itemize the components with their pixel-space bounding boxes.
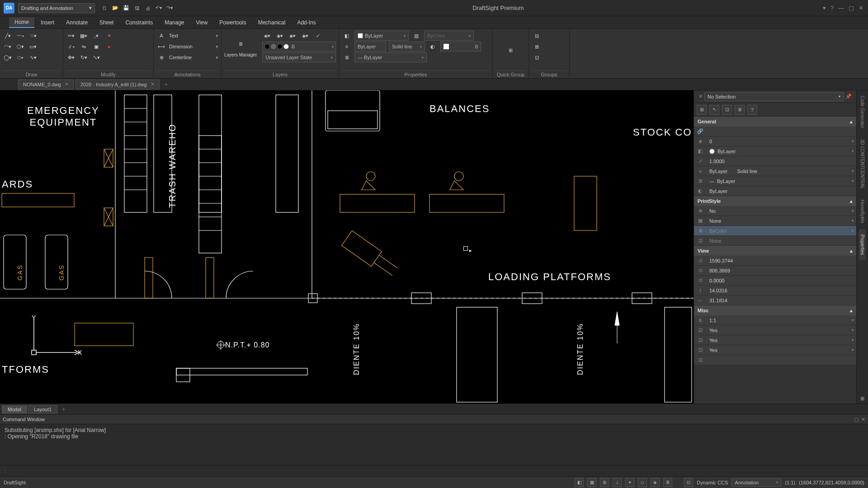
section-printstyle[interactable]: PrintStyle▴ [694,196,856,206]
stretch-icon[interactable]: ⤡▾ [91,52,101,62]
section-misc[interactable]: Misc▴ [694,305,856,315]
quickgroup-icon[interactable]: ⊞ [503,42,519,58]
spline-icon[interactable]: ∿▾ [28,52,38,62]
open-icon[interactable]: 📂 [111,4,119,12]
selection-dropdown[interactable]: No Selection▾ [704,92,844,101]
move-icon[interactable]: ✥▾ [66,52,76,62]
delete-icon[interactable]: ● [104,42,114,52]
ellipse-icon[interactable]: ⬭▾ [15,52,25,62]
add-tab-button[interactable]: ＋ [161,80,171,89]
doctab-2[interactable]: 2020 - Industry A_edit (1).dwg✕ [75,80,160,89]
tab-view[interactable]: View [191,18,213,28]
prop-ps-style[interactable]: ▦None▾ [694,216,856,226]
status-btn-icon[interactable]: ◧ [575,478,584,487]
tab-mechanical[interactable]: Mechanical [253,18,291,28]
arc-icon[interactable]: ◠▾ [3,42,13,52]
tab-annotate[interactable]: Annotate [61,18,93,28]
drawing-canvas[interactable]: EMERGENCY EQUIPMENT TRASH WAREHO BALANCE… [0,90,693,404]
sidetab-3dcc[interactable]: 3D CONTENTCENTRAL [859,134,866,195]
offset-icon[interactable]: ⫽▾ [66,42,76,52]
prop-color[interactable]: ◧ByLayer▾ [694,146,856,156]
tab-sheet[interactable]: Sheet [94,18,119,28]
maximize-icon[interactable]: ▢ [849,5,854,11]
pp-tool2-icon[interactable]: ↖ [709,105,719,115]
explode-icon[interactable]: ✶ [104,31,114,41]
group3-icon[interactable]: ⊡ [532,52,542,62]
prop-ps-attached[interactable]: ⊡None [694,236,856,246]
pp-help-icon[interactable]: ? [747,105,757,115]
undo-icon[interactable]: ↶▾ [155,4,163,12]
centerline-icon[interactable]: ⊕ [156,52,166,62]
tab-powertools[interactable]: Powertools [214,18,251,28]
mirror-icon[interactable]: ⇋ [79,42,89,52]
saveas-icon[interactable]: 🖫 [133,4,141,12]
status-ortho-icon[interactable]: ⊥ [613,478,622,487]
sidetab-codegen[interactable]: Code Generator [859,90,866,134]
prop-ps-display[interactable]: ⊕No▾ [694,206,856,216]
section-view[interactable]: View▴ [694,246,856,256]
prop-view-h[interactable]: I14.0316 [694,286,856,296]
trim-icon[interactable]: ✂▾ [66,31,76,41]
status-lwt-icon[interactable]: ≣ [663,478,672,487]
prop-view-w[interactable]: ↔31.1814 [694,296,856,305]
group1-icon[interactable]: ⊟ [532,31,542,41]
layer-color-swatches[interactable]: 0 ▾ [262,42,336,52]
hatch-icon[interactable]: ▥ [411,31,421,41]
prop-misc-empty[interactable]: ⊡ [694,355,856,365]
fillet-icon[interactable]: ◟▾ [91,31,101,41]
prop-lineweight[interactable]: ≣— ByLayer▾ [694,176,856,186]
layer-btn1-icon[interactable]: ◈▾ [262,31,272,41]
tab-home[interactable]: Home [9,17,34,28]
section-general[interactable]: General▴ [694,117,856,127]
prop-layer[interactable]: ◈0▾ [694,136,856,146]
status-otrack-icon[interactable]: ◈ [651,478,660,487]
tab-manage[interactable]: Manage [159,18,189,28]
print-icon[interactable]: 🖨 [144,4,152,12]
prop-view-y[interactable]: ⊙806.3869 [694,266,856,276]
layout-tab-model[interactable]: Model [2,405,27,413]
layers-manager-icon[interactable]: ≣ [232,36,249,52]
tab-insert[interactable]: Insert [35,18,60,28]
sidetab-properties[interactable]: Properties [859,229,866,261]
point-icon[interactable]: ⁙▾ [28,31,38,41]
doctab-1[interactable]: NONAME_0.dwg✕ [18,80,74,89]
layer-check-icon[interactable]: ✓ [313,31,323,41]
lt-layer-dropdown[interactable]: ByLayer [354,42,386,52]
status-snap-icon[interactable]: ⊞ [600,478,609,487]
pattern-icon[interactable]: ▦▾ [79,31,89,41]
pp-tool4-icon[interactable]: ≣ [735,105,745,115]
prop-linetype[interactable]: ≡ByLayer Solid line▾ [694,166,856,176]
add-layout-button[interactable]: ＋ [58,404,68,414]
status-polar-icon[interactable]: ✦ [625,478,634,487]
scale-icon[interactable]: ▣ [91,42,101,52]
workspace-selector[interactable]: Drafting and Annotation ▾ [18,3,95,13]
prop-misc-v2[interactable]: ⊡Yes▾ [694,335,856,345]
close-icon[interactable]: ✕ [65,81,69,87]
color-dropdown[interactable]: ByLayer▾ [354,31,409,41]
bycolor-dropdown[interactable]: ByColor▾ [424,31,474,41]
command-prompt[interactable]: : [0,465,868,476]
dimension-icon[interactable]: ⟷ [156,42,166,52]
prop-view-z[interactable]: ⊙0.0000 [694,276,856,286]
polyline-icon[interactable]: 〰▾ [15,31,25,41]
cmdwin-max-icon[interactable]: ▢ [854,417,859,422]
status-anno-dropdown[interactable]: Annotation▾ [731,479,781,487]
lt-dropdown[interactable]: Solid line▾ [389,42,425,52]
prop-view-x[interactable]: ⊙1590.3744 [694,256,856,266]
rect-icon[interactable]: ▭▾ [28,42,38,52]
prop-misc-scale[interactable]: A1:1▾ [694,315,856,325]
tab-constraints[interactable]: Constraints [120,18,158,28]
text-icon[interactable]: A [156,31,166,41]
command-window[interactable]: Substituting [arsimp.shx] for [Arial Nar… [0,424,868,465]
polygon-icon[interactable]: ⬠▾ [15,42,25,52]
line-icon[interactable]: ╱▾ [3,31,13,41]
status-osnap-icon[interactable]: ◇ [638,478,647,487]
group2-icon[interactable]: ⊞ [532,42,542,52]
help-icon[interactable]: ? [830,5,834,11]
minimize-icon[interactable]: — [838,5,844,11]
transparency-field[interactable]: 0 [440,42,481,52]
new-icon[interactable]: 🗋 [100,4,108,12]
linetype-icon[interactable]: ≡ [342,42,352,52]
transparency-icon[interactable]: ◐ [428,42,438,52]
cmdwin-close-icon[interactable]: ✕ [861,417,865,422]
